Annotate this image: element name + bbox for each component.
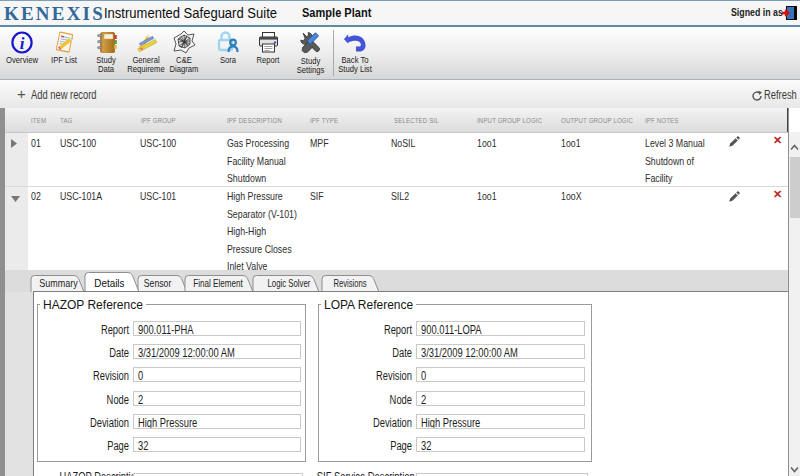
svg-text:Revisions: Revisions	[334, 277, 367, 289]
svg-text:i: i	[20, 34, 25, 53]
svg-text:Details: Details	[94, 277, 124, 289]
svg-text:Summary: Summary	[39, 277, 78, 289]
svg-text:Final Element: Final Element	[193, 277, 243, 289]
svg-text:Logic Solver: Logic Solver	[268, 277, 311, 289]
svg-text:Sensor: Sensor	[144, 277, 172, 289]
